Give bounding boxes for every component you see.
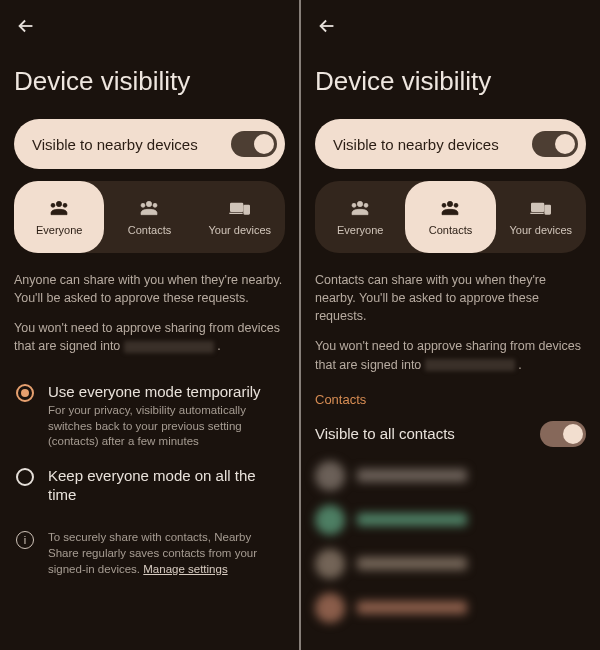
visibility-segmented-control: Everyone Contacts Your devices xyxy=(14,181,285,253)
visible-to-nearby-row[interactable]: Visible to nearby devices xyxy=(315,119,586,169)
avatar xyxy=(315,505,345,535)
tab-contacts-label: Contacts xyxy=(429,224,472,236)
back-button[interactable] xyxy=(14,14,38,38)
tab-devices-label: Your devices xyxy=(209,224,272,236)
tab-contacts[interactable]: Contacts xyxy=(104,181,194,253)
radio-icon xyxy=(16,468,34,486)
radio-icon xyxy=(16,384,34,402)
radio-always[interactable]: Keep everyone mode on all the time xyxy=(14,458,285,513)
radio-temporary[interactable]: Use everyone mode temporarily For your p… xyxy=(14,374,285,458)
tab-devices-label: Your devices xyxy=(510,224,573,236)
contact-name-redacted xyxy=(357,601,467,614)
contact-name-redacted xyxy=(357,469,467,482)
tab-your-devices[interactable]: Your devices xyxy=(195,181,285,253)
avatar xyxy=(315,593,345,623)
contact-item[interactable] xyxy=(315,593,586,623)
tab-everyone[interactable]: Everyone xyxy=(315,181,405,253)
people-group-icon xyxy=(47,198,71,218)
svg-point-14 xyxy=(454,203,458,207)
svg-point-12 xyxy=(448,201,453,206)
visible-toggle[interactable] xyxy=(532,131,578,157)
visible-label: Visible to nearby devices xyxy=(32,136,198,153)
visibility-segmented-control: Everyone Contacts Your devices xyxy=(315,181,586,253)
radio-temporary-title: Use everyone mode temporarily xyxy=(48,382,283,402)
visible-all-contacts-label: Visible to all contacts xyxy=(315,425,455,442)
everyone-mode-options: Use everyone mode temporarily For your p… xyxy=(14,374,285,513)
description-primary: Anyone can share with you when they're n… xyxy=(14,271,285,307)
people-group-icon xyxy=(137,198,161,218)
svg-point-10 xyxy=(352,203,356,207)
svg-rect-7 xyxy=(244,205,249,214)
contact-item[interactable] xyxy=(315,461,586,491)
info-text: To securely share with contacts, Nearby … xyxy=(48,529,283,577)
description-primary: Contacts can share with you when they're… xyxy=(315,271,586,325)
description-secondary: You won't need to approve sharing from d… xyxy=(315,337,586,373)
tab-everyone[interactable]: Everyone xyxy=(14,181,104,253)
tab-everyone-label: Everyone xyxy=(337,224,383,236)
people-group-icon xyxy=(348,198,372,218)
svg-rect-6 xyxy=(230,203,242,211)
svg-rect-16 xyxy=(545,205,550,214)
visible-all-contacts-row[interactable]: Visible to all contacts xyxy=(315,421,586,447)
contacts-list xyxy=(315,461,586,637)
radio-always-title: Keep everyone mode on all the time xyxy=(48,466,283,505)
redacted-account xyxy=(425,359,515,371)
svg-rect-15 xyxy=(531,203,543,211)
tab-everyone-label: Everyone xyxy=(36,224,82,236)
contact-item[interactable] xyxy=(315,549,586,579)
visible-toggle[interactable] xyxy=(231,131,277,157)
radio-temporary-sub: For your privacy, visibility automatical… xyxy=(48,403,283,450)
svg-point-3 xyxy=(147,201,152,206)
avatar xyxy=(315,461,345,491)
avatar xyxy=(315,549,345,579)
svg-point-13 xyxy=(442,203,446,207)
contact-name-redacted xyxy=(357,557,467,570)
svg-point-0 xyxy=(56,201,61,206)
svg-point-1 xyxy=(51,203,55,207)
svg-point-5 xyxy=(153,203,157,207)
page-title: Device visibility xyxy=(315,66,586,97)
svg-point-4 xyxy=(141,203,145,207)
page-title: Device visibility xyxy=(14,66,285,97)
manage-settings-link[interactable]: Manage settings xyxy=(143,563,227,575)
svg-point-2 xyxy=(63,203,67,207)
contact-name-redacted xyxy=(357,513,467,526)
back-button[interactable] xyxy=(315,14,339,38)
visible-to-nearby-row[interactable]: Visible to nearby devices xyxy=(14,119,285,169)
visible-label: Visible to nearby devices xyxy=(333,136,499,153)
tab-your-devices[interactable]: Your devices xyxy=(496,181,586,253)
devices-icon xyxy=(228,198,252,218)
description-secondary: You won't need to approve sharing from d… xyxy=(14,319,285,355)
svg-point-11 xyxy=(364,203,368,207)
tab-contacts[interactable]: Contacts xyxy=(405,181,495,253)
redacted-account xyxy=(124,341,214,353)
screen-everyone: Device visibility Visible to nearby devi… xyxy=(0,0,299,650)
contacts-section-header: Contacts xyxy=(315,392,586,407)
svg-point-9 xyxy=(357,201,362,206)
info-icon: i xyxy=(16,531,34,549)
people-group-icon xyxy=(438,198,462,218)
contact-item[interactable] xyxy=(315,505,586,535)
info-row: i To securely share with contacts, Nearb… xyxy=(14,521,285,577)
tab-contacts-label: Contacts xyxy=(128,224,171,236)
devices-icon xyxy=(529,198,553,218)
all-contacts-toggle[interactable] xyxy=(540,421,586,447)
screen-contacts: Device visibility Visible to nearby devi… xyxy=(301,0,600,650)
